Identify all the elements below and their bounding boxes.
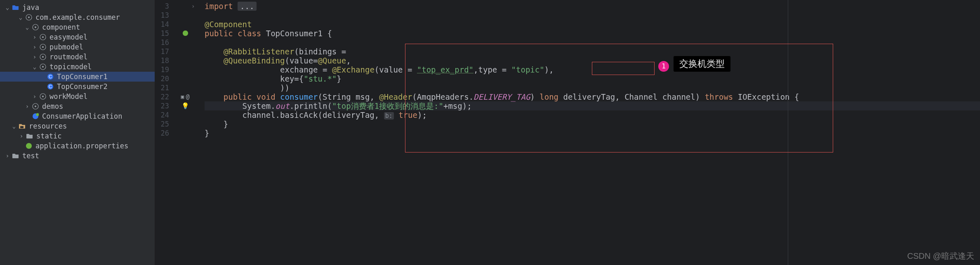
- package-icon: [39, 54, 47, 60]
- tree-label: workModel: [49, 92, 87, 101]
- tree-label: topicmodel: [49, 63, 92, 71]
- package-icon: [31, 103, 40, 110]
- tree-topconsumer1[interactable]: C TopConsumer1: [0, 72, 155, 82]
- bulb-icon[interactable]: 💡: [181, 101, 189, 110]
- chevron-right-icon: ›: [18, 133, 25, 139]
- tree-resources[interactable]: ⌄ resources: [0, 121, 155, 131]
- tree-topconsumer2[interactable]: C TopConsumer2: [0, 82, 155, 91]
- tree-label: test: [22, 152, 39, 160]
- tree-component[interactable]: ⌄ component: [0, 22, 155, 32]
- tree-consumerapp[interactable]: ConsumerApplication: [0, 111, 155, 121]
- line-number: 18: [155, 56, 169, 65]
- tree-topicmodel[interactable]: ⌄ topicmodel: [0, 62, 155, 72]
- tree-java[interactable]: ⌄ java: [0, 2, 155, 12]
- fold-chevron-icon[interactable]: ›: [191, 2, 195, 11]
- line-number: 16: [155, 38, 169, 47]
- svg-point-17: [42, 96, 44, 97]
- svg-point-1: [28, 16, 30, 18]
- line-number: 15: [155, 29, 169, 38]
- svg-point-11: [42, 66, 44, 68]
- tree-easymodel[interactable]: › easymodel: [0, 32, 155, 42]
- line-number: 25: [155, 120, 169, 129]
- right-margin-line: [788, 0, 788, 265]
- tree-label: TopConsumer2: [57, 82, 108, 91]
- chevron-down-icon: ⌄: [24, 24, 31, 30]
- folder-icon: [12, 5, 20, 10]
- code-editor[interactable]: ›import ... @Component public class TopC…: [197, 0, 980, 265]
- svg-point-3: [35, 26, 36, 28]
- line-number: 13: [155, 11, 169, 20]
- package-icon: [31, 24, 40, 30]
- class-icon: C: [46, 83, 54, 90]
- tree-test[interactable]: › test: [0, 151, 155, 161]
- line-number: 22: [155, 92, 169, 101]
- tree-label: routmodel: [49, 53, 87, 61]
- line-number: 21: [155, 83, 169, 92]
- tree-label: ConsumerApplication: [42, 112, 122, 120]
- spring-class-icon: [31, 113, 40, 120]
- tree-label: application.properties: [35, 142, 128, 150]
- line-number: 17: [155, 47, 169, 56]
- annotation-label: 交换机类型: [674, 56, 730, 72]
- svg-text:C: C: [49, 84, 52, 89]
- svg-point-19: [35, 106, 36, 107]
- line-number: 23: [155, 101, 169, 110]
- line-number: 24: [155, 110, 169, 120]
- spring-bean-icon[interactable]: [182, 29, 188, 38]
- tree-label: static: [36, 132, 61, 140]
- tree-label: component: [42, 23, 80, 31]
- folder-icon: [12, 153, 20, 159]
- tree-package[interactable]: ⌄ com.example.consumer: [0, 12, 155, 22]
- folder-icon: [26, 133, 34, 139]
- annotation-number-circle: 1: [658, 61, 669, 72]
- tree-label: resources: [29, 122, 67, 130]
- tree-routmodel[interactable]: › routmodel: [0, 52, 155, 62]
- line-number: 14: [155, 20, 169, 29]
- chevron-right-icon: ›: [24, 103, 31, 110]
- project-tree[interactable]: ⌄ java ⌄ com.example.consumer ⌄ componen…: [0, 0, 155, 265]
- tree-label: demos: [42, 102, 63, 110]
- chevron-down-icon: ⌄: [4, 4, 11, 11]
- chevron-right-icon: ›: [31, 44, 38, 50]
- tree-pubmodel[interactable]: › pubmodel: [0, 42, 155, 52]
- class-icon: C: [46, 73, 54, 80]
- tree-label: easymodel: [49, 33, 87, 41]
- svg-point-7: [42, 46, 44, 48]
- chevron-right-icon: ›: [4, 152, 11, 159]
- svg-point-5: [42, 36, 44, 38]
- tree-appprops[interactable]: application.properties: [0, 141, 155, 151]
- gutter-icons: ▣@ 💡: [173, 0, 197, 265]
- tree-label: pubmodel: [49, 43, 83, 51]
- usages-icon[interactable]: ▣: [181, 92, 184, 101]
- spring-props-icon: [25, 143, 33, 149]
- package-icon: [39, 44, 47, 50]
- tree-workmodel[interactable]: › workModel: [0, 91, 155, 101]
- tree-demos[interactable]: › demos: [0, 101, 155, 111]
- resources-icon: [18, 123, 26, 129]
- tree-label: com.example.consumer: [35, 13, 120, 21]
- param-hint: b:: [384, 112, 394, 120]
- svg-point-9: [42, 56, 44, 58]
- package-icon: [39, 93, 47, 100]
- import-fold[interactable]: ...: [238, 2, 257, 11]
- tree-label: java: [22, 3, 39, 12]
- line-number: 3: [155, 2, 169, 11]
- chevron-right-icon: ›: [31, 54, 38, 60]
- svg-text:C: C: [49, 74, 52, 79]
- tree-label: TopConsumer1: [57, 73, 108, 81]
- line-number: 26: [155, 129, 169, 138]
- annotation-icon[interactable]: @: [186, 92, 189, 101]
- line-number: 20: [155, 74, 169, 83]
- chevron-right-icon: ›: [31, 93, 38, 100]
- chevron-down-icon: ⌄: [11, 123, 17, 129]
- watermark: CSDN @暗武逢天: [907, 251, 974, 262]
- editor-area[interactable]: 3 13 14 15 16 17 18 19 20 21 22 23 24 25…: [155, 0, 980, 265]
- svg-rect-22: [20, 126, 24, 128]
- package-icon: [39, 34, 47, 40]
- package-icon: [25, 14, 33, 21]
- chevron-right-icon: ›: [31, 34, 38, 40]
- tree-static[interactable]: › static: [0, 131, 155, 141]
- line-number-gutter: 3 13 14 15 16 17 18 19 20 21 22 23 24 25…: [155, 0, 173, 265]
- line-number: 19: [155, 65, 169, 74]
- chevron-down-icon: ⌄: [17, 14, 24, 21]
